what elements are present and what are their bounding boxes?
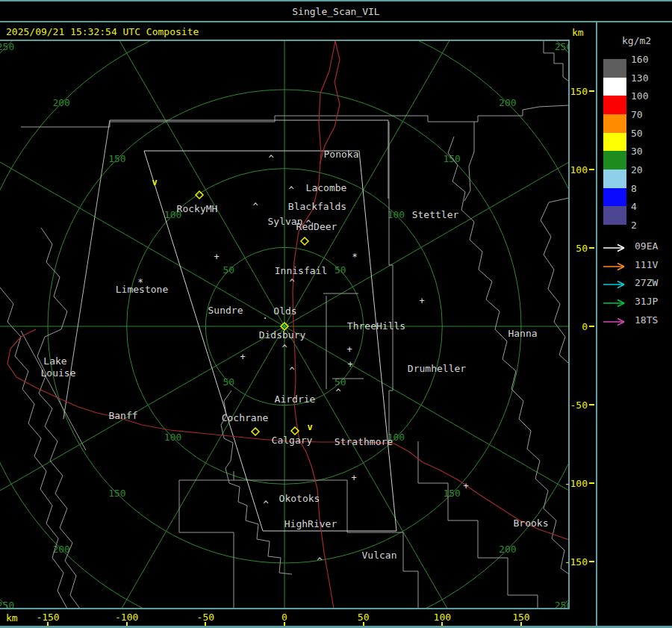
county-boundary-line — [541, 198, 569, 364]
city-label-vulcan: Vulcan — [362, 550, 397, 561]
bottom-axis-tick-label: 50 — [358, 612, 370, 623]
bottom-axis-tick-label: -100 — [115, 612, 138, 623]
legend-scale-value: 4 — [631, 201, 637, 212]
track-arrow-icon-31JP — [602, 299, 630, 308]
right-axis-tick-mark — [589, 90, 594, 92]
county-boundary-line — [464, 122, 474, 201]
city-label-airdrie: Airdrie — [275, 394, 316, 405]
ring-label: 250 — [0, 600, 14, 608]
radar-site-center-dot — [283, 325, 286, 328]
right-axis-tick-mark — [589, 561, 594, 562]
legend-color-block-8 — [603, 188, 626, 207]
dot-marker-icon: · — [262, 313, 267, 323]
caret-marker-icon: ^ — [289, 366, 294, 376]
ring-label: 250 — [0, 41, 14, 52]
check-marker-icon: v — [152, 177, 157, 187]
caret-marker-icon: ^ — [263, 500, 268, 510]
city-label-banff: Banff — [108, 410, 137, 421]
right-axis-tick-mark — [589, 482, 594, 484]
bottom-axis: km -150-100-50050100150 — [0, 609, 596, 626]
legend-color-block-20 — [603, 170, 626, 188]
legend-scale-value: 20 — [631, 164, 643, 175]
right-axis-tick-label: 100 — [570, 164, 588, 175]
track-id-label: 111V — [635, 258, 658, 270]
right-axis-tick-mark — [589, 404, 594, 405]
city-label-stettler: Stettler — [412, 209, 459, 220]
track-arrow-row — [602, 296, 630, 311]
city-label-strathmore: Strathmore — [335, 436, 393, 447]
ring-label: 200 — [52, 97, 69, 108]
city-label-limestone: Limestone — [116, 284, 169, 295]
ring-label: 250 — [555, 600, 569, 608]
city-label-reddeer: RedDeer — [296, 221, 337, 232]
timestamp: 2025/09/21 15:32:54 UTC Composite — [6, 26, 199, 37]
legend-color-block-4 — [603, 206, 626, 225]
ring-label: 150 — [108, 153, 125, 164]
legend-color-block-30 — [603, 151, 626, 170]
city-label-sundre: Sundre — [208, 305, 243, 316]
asterisk-marker-icon: * — [352, 252, 357, 262]
city-label-didsbury: Didsbury — [259, 329, 306, 341]
county-boundary-line — [21, 331, 86, 450]
bottom-axis-tick-label: -50 — [197, 612, 214, 623]
city-label-olds: Olds — [273, 305, 296, 317]
ring-label: 50 — [223, 376, 234, 388]
ring-label: 50 — [335, 376, 346, 388]
city-label-louise: Louise — [41, 367, 76, 379]
legend-scale-value: 8 — [631, 182, 637, 193]
legend-scale-value: 70 — [631, 108, 643, 119]
legend-scale-value: 50 — [631, 127, 643, 138]
city-label-drumheller: Drumheller — [408, 363, 466, 374]
track-arrow-icon-111V — [602, 262, 630, 271]
radar-app: Single_Scan_VIL 2025/09/21 15:32:54 UTC … — [0, 0, 672, 628]
caret-marker-icon: ^ — [281, 343, 287, 354]
track-id-label: 27ZW — [635, 277, 658, 288]
right-axis: 150100500-50-100-150 — [569, 41, 596, 608]
plus-marker-icon: + — [214, 252, 219, 262]
city-label-ponoka: Ponoka — [324, 149, 359, 160]
caret-marker-icon: ^ — [289, 278, 294, 288]
right-axis-tick-label: -50 — [570, 400, 588, 411]
track-arrow-icon-09EA — [602, 243, 630, 252]
bottom-axis-tick-label: -150 — [36, 612, 59, 623]
county-boundary-line — [347, 480, 418, 608]
ring-label: 150 — [443, 488, 460, 499]
right-axis-tick-label: -150 — [564, 556, 588, 568]
right-axis-tick-mark — [589, 169, 594, 170]
legend-scale-value: 130 — [631, 72, 648, 83]
radar-site-icon — [301, 237, 308, 245]
radar-site-icon — [252, 428, 259, 435]
legend-color-block-130 — [603, 78, 626, 96]
caret-marker-icon: ^ — [335, 388, 340, 398]
city-label-threehills: ThreeHills — [347, 320, 405, 332]
bottom-axis-tick-label: 100 — [434, 612, 451, 623]
ring-label: 150 — [443, 153, 460, 164]
city-label-okotoks: Okotoks — [279, 493, 320, 504]
plus-marker-icon: + — [351, 473, 356, 483]
city-label-calgary: Calgary — [272, 435, 313, 446]
titlebar-bottom-line — [0, 21, 672, 22]
legend-scale-value: 30 — [631, 146, 643, 157]
ring-label: 50 — [335, 264, 346, 276]
legend-color-block-50 — [603, 133, 626, 152]
plus-marker-icon: + — [240, 352, 245, 362]
plus-marker-icon: + — [347, 359, 352, 370]
ring-label: 150 — [108, 488, 125, 499]
track-arrow-icon-27ZW — [602, 280, 630, 289]
city-label-blackfalds: Blackfalds — [288, 201, 346, 212]
bottom-axis-tick-label: 150 — [512, 612, 529, 623]
right-axis-tick-mark — [589, 247, 594, 249]
caret-marker-icon: ^ — [317, 556, 322, 567]
radar-map-display[interactable]: 5050505010010010010015015015015020020020… — [0, 41, 569, 608]
legend-color-block-100 — [603, 96, 626, 114]
legend-scale-value: 100 — [631, 90, 648, 102]
track-arrow-row — [602, 260, 630, 274]
legend-panel: kg/m2 16013010070503020842 09EA111V27ZW3… — [597, 22, 672, 626]
check-marker-icon: v — [307, 422, 312, 432]
caret-marker-icon: ^ — [268, 154, 273, 164]
city-label-rockymh: RockyMH — [177, 203, 218, 214]
track-id-label: 09EA — [635, 240, 658, 252]
caret-marker-icon: ^ — [252, 202, 258, 212]
legend-scale-value: 160 — [631, 54, 648, 65]
window-title: Single_Scan_VIL — [292, 6, 379, 17]
